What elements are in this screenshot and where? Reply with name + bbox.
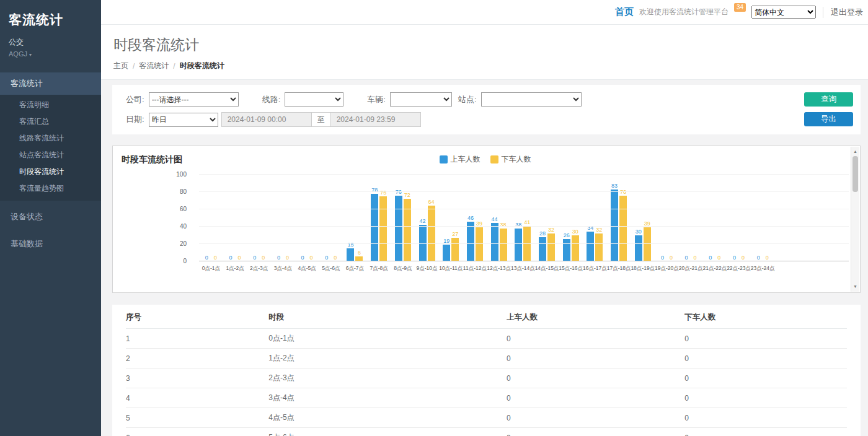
bar-wrap: 72 [404,192,411,261]
bar [451,238,459,261]
company-label: 公司: [126,94,144,105]
sidebar-item[interactable]: 客流汇总 [0,113,101,130]
table-cell: 0 [507,388,684,408]
bar-value-label: 0 [205,255,208,261]
bar-value-label: 32 [548,227,554,233]
bar-value-label: 72 [404,192,410,198]
date-to-label: 至 [312,112,330,127]
x-axis-tick-label: 21点-22点 [702,261,727,275]
scroll-up-icon[interactable]: ▲ [851,148,859,155]
legend-swatch-icon [490,155,498,164]
date-start-input[interactable] [221,112,312,127]
bar [371,194,378,261]
breadcrumb-separator: / [173,62,175,71]
table-header-cell: 上车人数 [507,306,684,329]
line-filter: 线路: [262,92,344,107]
chart-scrollbar[interactable]: ▲ ▼ [851,147,859,292]
sidebar-item[interactable]: 客流明细 [0,97,101,113]
chart-category-group: 1566点-7点 [343,175,367,275]
home-link[interactable]: 首页 [615,6,634,18]
bar-value-label: 0 [694,255,697,261]
sidebar-item[interactable]: 线路客流统计 [0,130,101,147]
bar [547,233,555,261]
chart-category-group: 76728点-9点 [391,175,415,275]
scroll-down-icon[interactable]: ▼ [851,283,859,290]
x-axis-tick-label: 0点-1点 [199,261,223,275]
line-select[interactable] [285,92,343,107]
bar-value-label: 38 [500,222,507,228]
sidebar-item[interactable]: 站点客流统计 [0,147,101,164]
bar-value-label: 0 [253,255,256,261]
bar-wrap: 38 [515,222,522,261]
chart-category-group: 002点-3点 [247,175,271,275]
bar [395,196,402,261]
sidebar-submenu: 客流明细客流汇总线路客流统计站点客流统计时段客流统计客流量趋势图 [0,95,101,201]
table-cell: 0 [684,428,847,436]
chart-panel: 时段车流统计图 上车人数下车人数 020406080100 000点-1点001… [112,146,861,293]
chart-category-group: 78757点-8点 [367,175,391,275]
bar-wrap: 39 [644,220,651,261]
x-axis-tick-label: 4点-5点 [295,261,319,275]
bar-value-label: 78 [371,187,378,193]
scrollbar-thumb[interactable] [852,156,858,192]
x-axis-tick-label: 19点-20点 [655,261,679,275]
notification-badge[interactable]: 34 [734,3,746,12]
user-menu[interactable]: AQGJ ▾ [9,50,92,58]
bar-value-label: 83 [611,183,618,189]
chevron-down-icon: ▾ [29,52,32,58]
y-axis-tick-label: 40 [180,223,187,230]
logout-link[interactable]: 退出登录 [823,7,863,18]
bar [539,237,546,261]
sidebar-section-passenger-stats[interactable]: 客流统计 [0,72,101,95]
y-axis-tick-label: 80 [180,188,187,195]
chart-category-group: 005点-6点 [319,175,343,275]
bar [635,235,642,261]
table-cell: 5点-6点 [268,428,507,436]
chart-category-group: 837617点-18点 [607,175,631,275]
query-button[interactable]: 查询 [804,92,853,107]
breadcrumb-item[interactable]: 主页 [113,61,128,71]
date-preset-select[interactable]: 昨日 [149,113,218,127]
sidebar-section-device-status[interactable]: 设备状态 [0,206,101,228]
table-header-row: 序号时段上车人数下车人数 [126,306,847,329]
legend-item[interactable]: 下车人数 [490,154,531,165]
gridline [199,243,849,244]
bar-value-label: 0 [717,255,720,261]
sidebar-item[interactable]: 时段客流统计 [0,164,101,180]
breadcrumb-item[interactable]: 客流统计 [139,61,169,71]
table-cell: 0 [684,368,847,388]
table-cell: 4点-5点 [268,408,507,428]
chart-legend: 上车人数下车人数 [440,154,531,165]
bar-wrap: 30 [635,229,642,261]
bar [572,235,579,261]
language-select[interactable]: 简体中文 [751,6,816,19]
table-cell: 0点-1点 [268,329,507,349]
bar-value-label: 41 [524,219,530,225]
sidebar-item[interactable]: 客流量趋势图 [0,180,101,197]
date-end-input[interactable] [330,112,421,127]
sidebar-section-base-data[interactable]: 基础数据 [0,233,101,255]
chart-category-group: 263015点-16点 [559,175,583,275]
bar-value-label: 42 [420,218,426,224]
bar-wrap: 76 [395,189,402,261]
bar-value-label: 0 [229,255,232,261]
chart-category-group: 000点-1点 [199,175,223,275]
legend-item[interactable]: 上车人数 [440,154,480,165]
company-select[interactable]: ---请选择--- [149,92,239,107]
data-table-panel: 序号时段上车人数下车人数 10点-1点0021点-2点0032点-3点0043点… [112,305,861,436]
chart-category-group: 192710点-11点 [439,175,463,275]
export-button[interactable]: 导出 [804,112,853,126]
bar-wrap: 46 [467,215,474,261]
bar-wrap: 44 [491,216,498,261]
bar [476,227,483,261]
x-axis-tick-label: 7点-8点 [367,261,391,275]
chart-category-group: 0019点-20点 [655,175,679,275]
vehicle-select[interactable] [390,92,452,107]
table-row: 32点-3点00 [126,368,847,388]
main-area: 首页 欢迎使用客流统计管理平台 34 简体中文 退出登录 时段客流统计 主页/客… [101,0,868,436]
bar-wrap: 28 [539,230,546,261]
sidebar: 客流统计 公交 AQGJ ▾ 客流统计 客流明细客流汇总线路客流统计站点客流统计… [0,0,101,436]
legend-label: 上车人数 [451,154,480,165]
station-select[interactable] [481,92,582,107]
chart-header: 时段车流统计图 上车人数下车人数 [122,154,849,168]
